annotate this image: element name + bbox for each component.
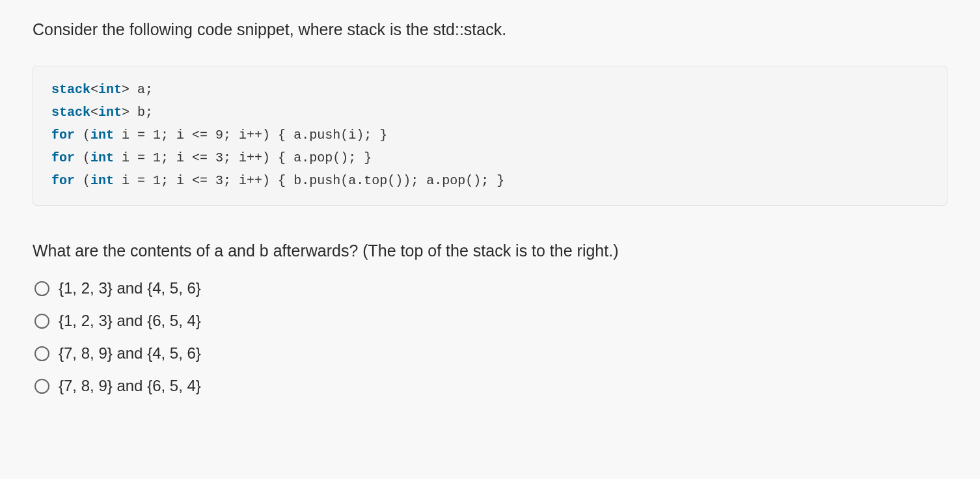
answer-option[interactable]: {1, 2, 3} and {4, 5, 6}: [34, 274, 947, 303]
code-token-kw: for: [51, 150, 75, 165]
radio-option-2[interactable]: [34, 314, 49, 329]
code-token: ; i++) { a.pop(); }: [223, 150, 372, 165]
radio-option-4[interactable]: [34, 379, 49, 394]
code-token-type: int: [90, 150, 114, 165]
code-token-kw: for: [51, 173, 75, 188]
code-token-type: int: [98, 82, 122, 97]
code-line: stack<int> b;: [51, 101, 929, 124]
option-label: {7, 8, 9} and {6, 5, 4}: [59, 377, 201, 395]
code-token: b;: [129, 105, 153, 120]
code-token: ; i <=: [161, 128, 215, 143]
code-token: <: [90, 82, 98, 97]
code-token-type: stack: [51, 82, 90, 97]
code-token-type: int: [98, 105, 122, 120]
code-token: (: [75, 173, 90, 188]
code-token: i =: [114, 173, 153, 188]
answer-options: {1, 2, 3} and {4, 5, 6} {1, 2, 3} and {6…: [34, 274, 947, 400]
code-line: stack<int> a;: [51, 78, 929, 101]
code-token-type: stack: [51, 105, 90, 120]
code-token: <: [90, 105, 98, 120]
code-line: for (int i = 1; i <= 9; i++) { a.push(i)…: [51, 124, 929, 146]
code-line: for (int i = 1; i <= 3; i++) { a.pop(); …: [51, 146, 929, 169]
radio-option-3[interactable]: [34, 346, 49, 361]
code-line: for (int i = 1; i <= 3; i++) { b.push(a.…: [51, 169, 929, 192]
option-label: {1, 2, 3} and {6, 5, 4}: [59, 312, 201, 330]
code-token-num: 1: [153, 128, 161, 143]
option-label: {1, 2, 3} and {4, 5, 6}: [59, 279, 201, 297]
code-token-num: 1: [153, 173, 161, 188]
code-token-num: 3: [215, 173, 223, 188]
option-label: {7, 8, 9} and {4, 5, 6}: [59, 344, 201, 363]
answer-option[interactable]: {7, 8, 9} and {4, 5, 6}: [34, 339, 947, 368]
question-followup-text: What are the contents of a and b afterwa…: [33, 240, 947, 262]
radio-option-1[interactable]: [34, 281, 49, 296]
code-token: >: [122, 82, 129, 97]
code-token-type: int: [90, 173, 114, 188]
question-container: Consider the following code snippet, whe…: [0, 0, 980, 426]
code-token: ; i <=: [161, 173, 215, 188]
code-token-num: 1: [153, 150, 161, 165]
answer-option[interactable]: {1, 2, 3} and {6, 5, 4}: [34, 307, 947, 335]
code-token: ; i <=: [161, 150, 215, 165]
code-token: >: [122, 105, 129, 120]
code-token-num: 9: [215, 128, 223, 143]
code-snippet: stack<int> a;stack<int> b;for (int i = 1…: [33, 66, 947, 206]
code-token: a;: [129, 82, 153, 97]
code-token: i =: [114, 150, 153, 165]
code-token-num: 3: [215, 150, 223, 165]
code-token: (: [75, 128, 90, 143]
code-token: ; i++) { b.push(a.top()); a.pop(); }: [223, 173, 504, 188]
question-intro-text: Consider the following code snippet, whe…: [33, 18, 947, 41]
code-token: i =: [114, 128, 153, 143]
code-token-type: int: [90, 128, 114, 143]
code-token-kw: for: [51, 128, 75, 143]
code-token: (: [75, 150, 90, 165]
code-token: ; i++) { a.push(i); }: [223, 128, 387, 143]
answer-option[interactable]: {7, 8, 9} and {6, 5, 4}: [34, 372, 947, 400]
